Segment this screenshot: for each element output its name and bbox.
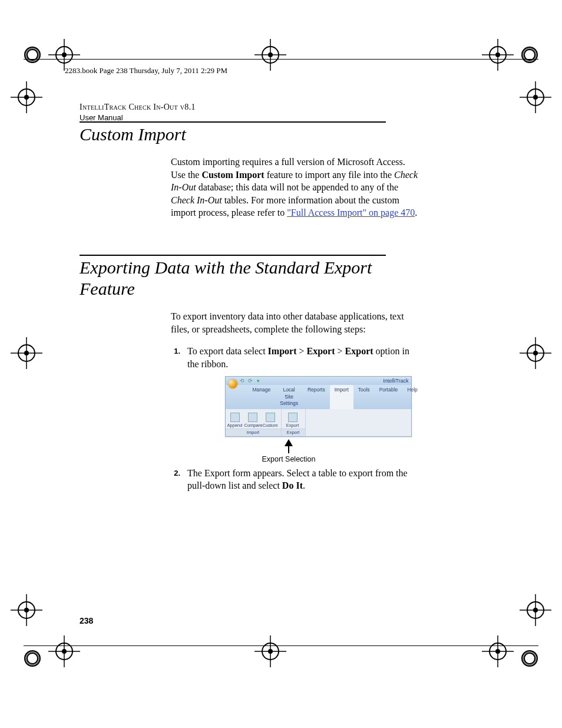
text-bold: Export: [345, 346, 373, 356]
qat-icons: ⟲ ⟳ ▾: [240, 377, 261, 384]
append-icon: [230, 413, 240, 422]
steps-list: 1. To export data select Import > Export…: [171, 345, 418, 492]
regmark-donut-icon: [24, 46, 41, 66]
regmark-crosshair-icon: [482, 635, 514, 670]
text-bold: Import: [268, 346, 297, 356]
text: >: [335, 346, 345, 356]
regmark-crosshair-icon: [11, 594, 42, 628]
svg-point-41: [26, 652, 39, 665]
text: To export inventory data into other data…: [171, 310, 418, 335]
page-content: Custom Import Custom importing requires …: [80, 121, 392, 498]
book-header: 2283.book Page 238 Thursday, July 7, 201…: [65, 66, 227, 75]
btn-label: Export: [286, 423, 299, 428]
section-rule: [80, 255, 386, 256]
regmark-crosshair-icon: [520, 594, 551, 628]
ribbon-tab-portable[interactable]: Portable: [375, 385, 403, 409]
svg-point-45: [62, 649, 67, 654]
ribbon-btn-append[interactable]: Append: [227, 413, 243, 428]
regmark-crosshair-icon: [11, 81, 42, 116]
ribbon-tabs: Manage Local Site Settings Reports Impor…: [226, 385, 411, 409]
svg-point-39: [533, 608, 538, 612]
cross-reference-link[interactable]: "Full Access Import" on page 470: [287, 207, 415, 218]
section-title-custom-import: Custom Import: [80, 124, 392, 145]
svg-point-9: [268, 52, 273, 57]
text: database; this data will not be appended…: [196, 182, 398, 192]
svg-point-55: [523, 652, 536, 665]
running-head: IntelliTrack Check In-Out v8.1 User Manu…: [80, 103, 196, 122]
btn-label: Custom: [263, 423, 278, 428]
svg-point-23: [533, 95, 538, 100]
text: .: [303, 480, 305, 490]
regmark-crosshair-icon: [254, 39, 286, 73]
regmark-crosshair-icon: [520, 81, 551, 116]
text: feature to import any file into the: [265, 170, 394, 180]
footer-rule: [24, 645, 538, 646]
svg-point-31: [533, 351, 538, 355]
ribbon-tab-manage[interactable]: Manage: [248, 385, 276, 409]
ribbon-titlebar: ⟲ ⟳ ▾ IntelliTrack: [226, 377, 411, 385]
figure-export-ribbon: ⟲ ⟳ ▾ IntelliTrack Manage Local Site Set…: [218, 376, 418, 464]
ribbon-tab-help[interactable]: Help: [402, 385, 422, 409]
svg-point-49: [268, 649, 273, 654]
text: .: [415, 207, 417, 218]
step-1: 1. To export data select Import > Export…: [171, 345, 418, 370]
ribbon-tab-reports[interactable]: Reports: [303, 385, 330, 409]
ribbon-brand: IntelliTrack: [383, 377, 408, 384]
header-rule: [24, 59, 538, 60]
regmark-crosshair-icon: [482, 39, 514, 73]
text-bold: Do It: [282, 480, 303, 490]
regmark-crosshair-icon: [254, 635, 286, 670]
ribbon-tab-tools[interactable]: Tools: [353, 385, 375, 409]
section2-intro: To export inventory data into other data…: [171, 310, 418, 335]
step-number: 2.: [171, 468, 180, 492]
btn-label: Append: [227, 423, 243, 428]
figure-caption: Export Selection: [159, 454, 418, 465]
section-rule: [80, 121, 386, 123]
ribbon-tab-import[interactable]: Import: [330, 385, 353, 409]
custom-icon: [266, 413, 275, 422]
export-icon: [288, 413, 297, 422]
regmark-donut-icon: [521, 650, 538, 670]
ribbon-group-import: Append Compare Custom Import: [226, 409, 282, 436]
svg-point-13: [495, 52, 500, 57]
ribbon-btn-export[interactable]: Export: [283, 413, 303, 428]
btn-label: Compare: [244, 423, 263, 428]
page-number: 238: [80, 616, 93, 625]
regmark-donut-icon: [521, 46, 538, 66]
text-bold: Custom Import: [201, 170, 264, 180]
running-head-product: IntelliTrack Check In-Out v8.1: [80, 103, 196, 112]
ribbon-tab-local-site-settings[interactable]: Local Site Settings: [275, 385, 303, 409]
ribbon-btn-compare[interactable]: Compare: [244, 413, 261, 428]
group-label: Export: [282, 429, 305, 436]
ribbon-panel: Append Compare Custom Import Export: [226, 409, 411, 436]
text: To export data select: [187, 346, 268, 356]
text-bold: Export: [307, 346, 335, 356]
svg-point-27: [24, 351, 29, 355]
section-title-exporting: Exporting Data with the Standard Export …: [80, 257, 392, 299]
group-label: Import: [226, 429, 281, 436]
svg-point-5: [62, 52, 67, 57]
ribbon-group-export: Export Export: [282, 409, 306, 436]
svg-point-35: [24, 608, 29, 612]
ribbon-btn-custom[interactable]: Custom: [262, 413, 279, 428]
print-page: 2283.book Page 238 Thursday, July 7, 201…: [0, 0, 562, 728]
svg-point-53: [495, 649, 500, 654]
regmark-crosshair-icon: [11, 337, 42, 371]
callout-arrow-icon: [159, 439, 418, 453]
compare-icon: [248, 413, 257, 422]
step-2: 2. The Export form appears. Select a tab…: [171, 467, 418, 492]
running-head-manual: User Manual: [80, 113, 196, 122]
regmark-crosshair-icon: [520, 337, 551, 371]
svg-point-19: [24, 95, 29, 100]
step-number: 1.: [171, 346, 180, 370]
office-orb-icon: [228, 379, 237, 388]
text-italic: Check In-Out: [171, 195, 222, 205]
regmark-donut-icon: [24, 650, 41, 670]
text: >: [297, 346, 307, 356]
ribbon-screenshot: ⟲ ⟳ ▾ IntelliTrack Manage Local Site Set…: [225, 376, 412, 436]
regmark-crosshair-icon: [48, 635, 80, 670]
section1-body: Custom importing requires a full version…: [171, 156, 418, 219]
